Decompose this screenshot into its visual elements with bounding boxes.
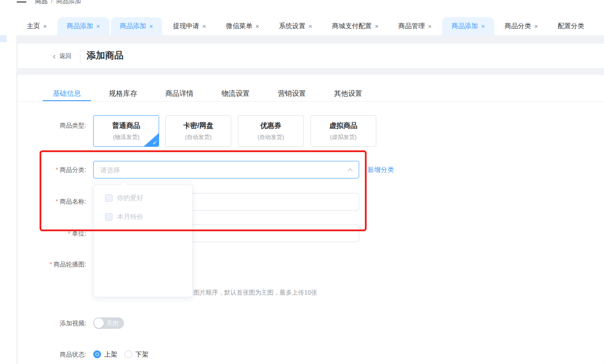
close-icon[interactable]: ×	[96, 23, 100, 29]
product-type-normal[interactable]: 普通商品 (物流发货) ✓	[93, 115, 159, 147]
close-icon[interactable]: ×	[534, 23, 538, 29]
product-type-label: 商品类型:	[18, 121, 86, 130]
product-type-virtual[interactable]: 虚拟商品 (虚拟发货)	[310, 115, 376, 147]
page-title: 添加商品	[87, 49, 124, 62]
checkbox-icon[interactable]	[105, 213, 113, 221]
goods-status-label: 商品状态:	[18, 350, 86, 359]
tab-other[interactable]: 其他设置	[324, 86, 372, 101]
category-select-input[interactable]	[94, 161, 359, 178]
hamburger-icon[interactable]	[17, 0, 26, 3]
tab-mall-pay-config[interactable]: 商城支付配置×	[323, 17, 388, 35]
close-icon[interactable]: ×	[255, 23, 259, 29]
breadcrumb: 商品 / 商品添加	[35, 0, 81, 5]
checkbox-icon[interactable]	[105, 194, 113, 202]
close-icon[interactable]: ×	[309, 23, 313, 29]
product-type-cardkey[interactable]: 卡密/网盘 (自动发货)	[165, 115, 231, 147]
tab-goods-add-1[interactable]: 商品添加×	[58, 17, 109, 35]
category-dropdown-panel: 你的爱好 本月特价	[93, 185, 193, 297]
close-icon[interactable]: ×	[375, 23, 379, 29]
page-header-card: ‹ 返回 添加商品	[18, 44, 604, 68]
product-type-coupon[interactable]: 优惠券 (自动发货)	[238, 115, 304, 147]
tab-logistics[interactable]: 物流设置	[211, 86, 260, 101]
top-bar: 商品 / 商品添加	[0, 0, 604, 14]
radio-off-sale-label[interactable]: 下架	[135, 350, 149, 359]
tab-goods-add-3[interactable]: 商品添加×	[442, 17, 494, 35]
tab-home[interactable]: 主页×	[18, 17, 56, 35]
chevron-up-icon[interactable]	[347, 168, 353, 172]
add-video-label: 添加视频:	[18, 319, 86, 328]
goods-name-label: *商品名称:	[18, 197, 86, 206]
tab-system-settings[interactable]: 系统设置×	[270, 17, 322, 35]
carousel-label: *商品轮播图:	[18, 260, 86, 269]
tab-config-category[interactable]: 配置分类	[549, 17, 593, 35]
tab-goods-detail[interactable]: 商品详情	[155, 86, 204, 101]
required-asterisk: *	[56, 166, 58, 173]
breadcrumb-item-goods[interactable]: 商品	[35, 0, 47, 5]
tab-goods-category[interactable]: 商品分类×	[495, 17, 547, 35]
radio-on-sale[interactable]	[93, 350, 101, 358]
dropdown-option-hobby[interactable]: 你的爱好	[94, 190, 192, 205]
unit-label: *单位:	[18, 229, 86, 238]
back-label: 返回	[59, 51, 72, 61]
add-video-switch[interactable]: 关闭	[93, 317, 124, 329]
close-icon[interactable]: ×	[428, 23, 432, 29]
open-pages-tabbar: 主页× 商品添加× 商品添加× 提现申请× 微信菜单× 系统设置× 商城支付配置…	[0, 14, 604, 35]
tab-goods-add-2[interactable]: 商品添加×	[111, 17, 163, 35]
tab-goods-manage[interactable]: 商品管理×	[389, 17, 441, 35]
product-add-page: 商品 / 商品添加 主页× 商品添加× 商品添加× 提现申请× 微信菜单× 系统…	[0, 0, 604, 364]
tab-basic-info[interactable]: 基础信息	[43, 86, 91, 101]
radio-on-sale-label[interactable]: 上架	[104, 350, 117, 359]
left-rail	[0, 35, 16, 364]
add-category-link[interactable]: 新增分类	[367, 166, 394, 174]
breadcrumb-separator: /	[51, 0, 53, 5]
header-divider	[80, 50, 80, 62]
radio-off-sale[interactable]	[124, 350, 132, 358]
category-label: *商品分类:	[18, 165, 86, 174]
back-button[interactable]: ‹ 返回	[53, 51, 72, 61]
tab-wechat-menu[interactable]: 微信菜单×	[217, 17, 269, 35]
close-icon[interactable]: ×	[149, 23, 153, 29]
tab-spec-stock[interactable]: 规格库存	[99, 86, 147, 101]
tab-withdraw-apply[interactable]: 提现申请×	[164, 17, 215, 35]
tab-marketing[interactable]: 营销设置	[268, 86, 316, 101]
category-select[interactable]	[93, 161, 359, 178]
required-asterisk: *	[56, 198, 58, 205]
goods-status-radio-group: 上架 下架	[93, 350, 156, 359]
required-asterisk: *	[50, 261, 52, 268]
required-asterisk: *	[68, 230, 70, 237]
switch-knob	[94, 318, 104, 328]
close-icon[interactable]: ×	[43, 23, 47, 29]
chevron-left-icon: ‹	[53, 51, 56, 61]
check-icon: ✓	[153, 139, 157, 146]
upload-tip-text: 图片顺序，默认首张图为主图，最多上传10张	[193, 289, 317, 297]
form-card: 基础信息 规格库存 商品详情 物流设置 营销设置 其他设置 商品类型: 普通商品…	[18, 75, 604, 364]
close-icon[interactable]: ×	[481, 23, 485, 29]
form-section-tabs: 基础信息 规格库存 商品详情 物流设置 营销设置 其他设置	[18, 86, 604, 102]
close-icon[interactable]: ×	[202, 23, 206, 29]
dropdown-option-monthly-special[interactable]: 本月特价	[94, 209, 192, 224]
switch-off-text: 关闭	[106, 320, 119, 328]
breadcrumb-item-goods-add: 商品添加	[56, 0, 81, 5]
dropdown-arrow	[120, 181, 128, 189]
